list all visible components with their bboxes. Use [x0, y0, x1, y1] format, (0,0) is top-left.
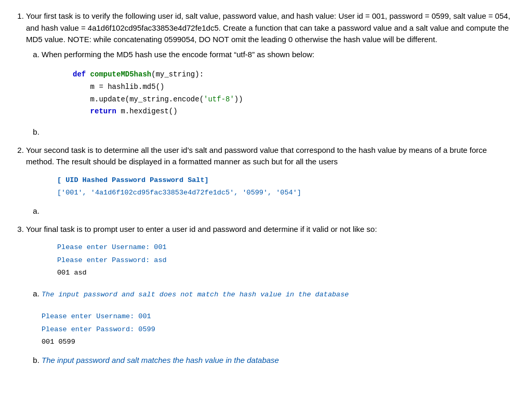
task3-item: Your final task is to prompt user to ent…	[26, 224, 516, 367]
task3-block2: Please enter Username: 001 Please enter …	[42, 307, 516, 351]
task3-block1: Please enter Username: 001 Please enter …	[26, 238, 516, 282]
code-line3: m.update(my_string.encode('utf-8'))	[73, 94, 516, 106]
keyword-def: def	[73, 70, 90, 79]
task3-intro: Your final task is to prompt user to ent…	[26, 224, 516, 236]
task2-intro: Your second task is to determine all the…	[26, 145, 516, 168]
task3-block1-line4: The input password and salt does not mat…	[42, 291, 349, 298]
task2-header: [ UID Hashed Password Password Salt]	[57, 174, 516, 187]
task3-block2-line4: The input password and salt matches the …	[42, 356, 279, 364]
code-line2: m = hashlib.md5()	[73, 81, 516, 94]
task3-block1-line1: Please enter Username: 001	[57, 241, 516, 254]
task3-block1-line3: 001 asd	[57, 267, 516, 279]
string-utf8: 'utf-8'	[204, 95, 234, 103]
code-line4: return m.hexdigest()	[73, 106, 516, 118]
task2-item: Your second task is to determine all the…	[26, 145, 516, 217]
task3-error-line: The input password and salt does not mat…	[42, 285, 516, 304]
task1-item: Your first task is to verify the followi…	[26, 10, 516, 138]
code-block: def computeMD5hash(my_string): m = hashl…	[42, 64, 516, 122]
code-line1: def computeMD5hash(my_string):	[73, 69, 516, 81]
task2-sub-a	[42, 205, 516, 217]
function-name: computeMD5hash	[90, 70, 152, 79]
task1-intro: Your first task is to verify the followi…	[26, 10, 516, 46]
task3-sub-b: The input password and salt matches the …	[42, 355, 516, 367]
task2-output: [ UID Hashed Password Password Salt] ['0…	[26, 171, 516, 203]
task1-sub-b	[42, 126, 516, 138]
task3-block2-line2: Please enter Password: 0599	[42, 323, 516, 336]
task3-sub-a: The input password and salt does not mat…	[42, 285, 516, 351]
task3-block2-line3: 001 0599	[42, 336, 516, 348]
task1-sub-a: When performing the MD5 hash use the enc…	[42, 49, 516, 123]
task3-block2-line1: Please enter Username: 001	[42, 310, 516, 323]
keyword-return: return	[90, 107, 121, 115]
task2-data-row: ['001', '4a1d6f102cd95fac33853e4d72fe1dc…	[57, 187, 516, 199]
task1-sub-a-text: When performing the MD5 hash use the enc…	[42, 50, 314, 59]
task3-block1-line2: Please enter Password: asd	[57, 254, 516, 267]
